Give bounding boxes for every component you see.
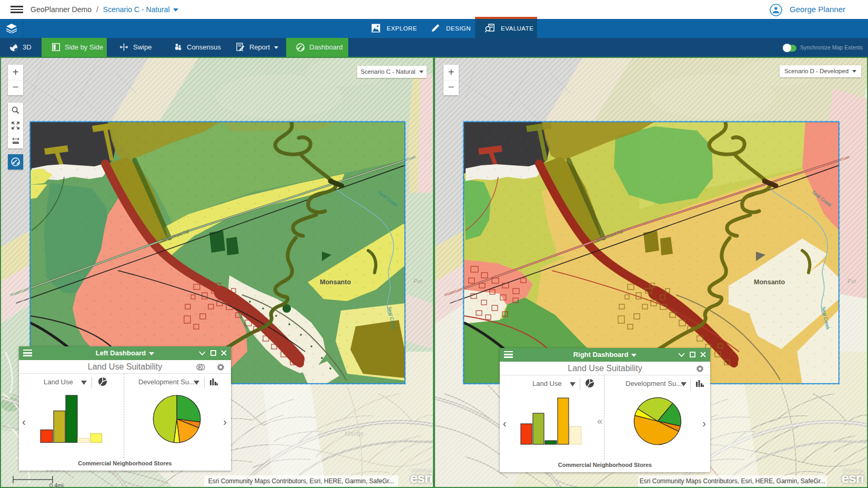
svg-text:0.4mi: 0.4mi bbox=[49, 482, 64, 488]
svg-text:Monsanto: Monsanto bbox=[320, 278, 351, 286]
svg-text:Monsanto: Monsanto bbox=[754, 278, 785, 286]
